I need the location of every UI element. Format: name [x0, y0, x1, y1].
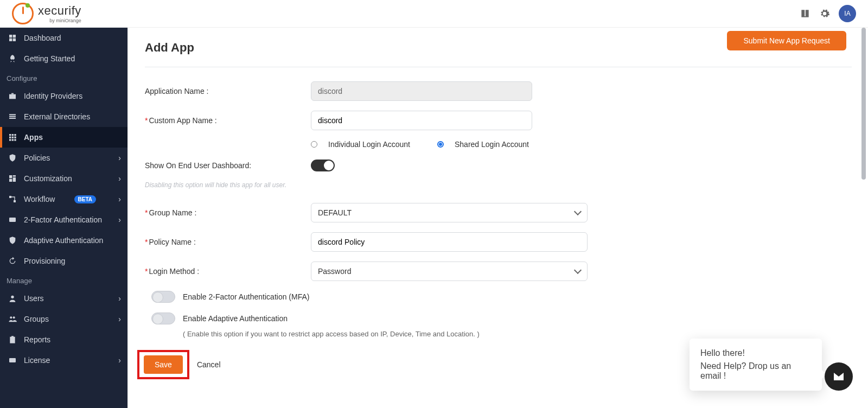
svg-rect-0 [9, 35, 12, 37]
sidebar-item-identity-providers[interactable]: Identity Providers [0, 86, 129, 106]
chat-fab[interactable] [825, 362, 853, 391]
login-method-select[interactable]: Password [311, 262, 588, 281]
chevron-right-icon: › [118, 195, 121, 203]
sidebar-item-users[interactable]: Users › [0, 288, 129, 309]
sidebar-item-label: Reports [24, 335, 50, 344]
chevron-right-icon: › [118, 356, 121, 365]
logo-icon [12, 3, 34, 24]
enable-2fa-label: Enable 2-Factor Authentication (MFA) [183, 292, 309, 301]
sync-icon [8, 256, 17, 266]
users-icon [8, 314, 17, 324]
show-dashboard-toggle[interactable] [311, 160, 335, 171]
svg-rect-29 [11, 336, 14, 337]
chevron-right-icon: › [118, 215, 121, 224]
svg-rect-7 [9, 116, 16, 117]
svg-rect-21 [9, 179, 12, 182]
chevron-down-icon [574, 266, 582, 274]
sidebar-item-label: Identity Providers [24, 92, 82, 100]
sidebar-item-label: Workflow [24, 195, 55, 203]
sidebar-item-apps[interactable]: Apps [0, 127, 129, 148]
sidebar-item-policies[interactable]: Policies › [0, 148, 129, 168]
avatar[interactable]: IA [839, 5, 856, 22]
svg-rect-2 [9, 39, 12, 41]
save-highlight: Save [137, 350, 189, 379]
individual-login-radio[interactable]: Individual Login Account [311, 140, 410, 149]
svg-rect-5 [11, 93, 14, 94]
workflow-icon [8, 194, 17, 204]
svg-rect-22 [9, 196, 11, 198]
sidebar-item-label: Adaptive Authentication [24, 236, 103, 245]
select-value: DEFAULT [318, 208, 352, 217]
sidebar-item-label: 2-Factor Authentication [24, 215, 102, 224]
svg-rect-9 [9, 134, 11, 136]
scrollbar[interactable] [861, 28, 866, 180]
shield-icon [8, 153, 17, 163]
svg-rect-4 [9, 94, 16, 99]
svg-rect-14 [14, 137, 16, 138]
dashboard-icon [8, 33, 17, 43]
svg-rect-6 [9, 114, 16, 115]
sidebar-item-label: Dashboard [24, 34, 61, 42]
sidebar-item-getting-started[interactable]: Getting Started [0, 48, 129, 69]
sidebar-item-adaptive-auth[interactable]: Adaptive Authentication [0, 230, 129, 251]
policy-name-label: Policy Name : [145, 238, 311, 246]
submit-new-app-button[interactable]: Submit New App Request [727, 31, 846, 50]
sidebar-item-label: Customization [24, 174, 72, 183]
svg-rect-16 [12, 139, 14, 141]
sidebar-item-reports[interactable]: Reports [0, 329, 129, 350]
beta-badge: BETA [74, 195, 96, 203]
svg-rect-18 [9, 175, 12, 178]
save-button[interactable]: Save [144, 355, 183, 374]
svg-rect-1 [13, 35, 16, 37]
enable-2fa-toggle[interactable] [151, 291, 175, 303]
sidebar-item-label: Provisioning [24, 257, 65, 265]
svg-point-25 [11, 296, 14, 298]
list-icon [8, 112, 17, 122]
svg-point-26 [10, 316, 12, 318]
sidebar-item-label: Getting Started [24, 54, 75, 63]
radio-label: Individual Login Account [328, 140, 410, 149]
svg-rect-20 [13, 177, 16, 182]
chevron-down-icon [574, 208, 582, 215]
sidebar-item-provisioning[interactable]: Provisioning [0, 251, 129, 271]
login-method-label: Login Method : [145, 267, 311, 276]
radio-unchecked-icon [311, 141, 317, 148]
svg-rect-23 [14, 200, 16, 202]
custom-app-name-input[interactable] [311, 111, 532, 130]
app-name-label: Application Name : [145, 87, 311, 95]
sidebar-item-workflow[interactable]: Workflow BETA › [0, 189, 129, 209]
svg-rect-13 [12, 137, 14, 138]
shared-login-radio[interactable]: Shared Login Account [437, 140, 529, 149]
cancel-button[interactable]: Cancel [197, 350, 221, 379]
sidebar-item-license[interactable]: License › [0, 350, 129, 371]
enable-adaptive-toggle[interactable] [151, 313, 175, 324]
chat-popup: Hello there! Need Help? Drop us an email… [690, 339, 822, 391]
sidebar-item-customization[interactable]: Customization › [0, 168, 129, 189]
user-icon [8, 294, 17, 303]
sidebar-item-label: Users [24, 294, 44, 303]
logo[interactable]: xecurify by miniOrange [12, 3, 81, 24]
gear-icon[interactable] [819, 8, 830, 19]
sidebar-item-2fa[interactable]: 2-Factor Authentication › [0, 209, 129, 230]
sidebar-item-label: External Directories [24, 112, 90, 121]
sidebar-item-label: License [24, 356, 50, 365]
sidebar-item-label: Apps [24, 133, 43, 142]
svg-rect-15 [9, 139, 11, 141]
chevron-right-icon: › [118, 154, 121, 162]
customize-icon [8, 174, 17, 183]
chevron-right-icon: › [118, 294, 121, 303]
sidebar-item-label: Policies [24, 154, 50, 162]
sidebar-item-external-directories[interactable]: External Directories [0, 106, 129, 127]
group-name-label: Group Name : [145, 208, 311, 217]
chevron-right-icon: › [118, 315, 121, 323]
book-icon[interactable] [800, 8, 810, 19]
sidebar-item-dashboard[interactable]: Dashboard [0, 28, 129, 48]
svg-point-27 [13, 316, 15, 318]
mail-icon [832, 370, 845, 383]
svg-rect-10 [12, 134, 14, 136]
sidebar-item-groups[interactable]: Groups › [0, 309, 129, 329]
enable-adaptive-label: Enable Adaptive Authentication [183, 314, 288, 323]
select-value: Password [318, 267, 351, 276]
group-name-select[interactable]: DEFAULT [311, 203, 588, 222]
policy-name-input[interactable] [311, 232, 588, 252]
